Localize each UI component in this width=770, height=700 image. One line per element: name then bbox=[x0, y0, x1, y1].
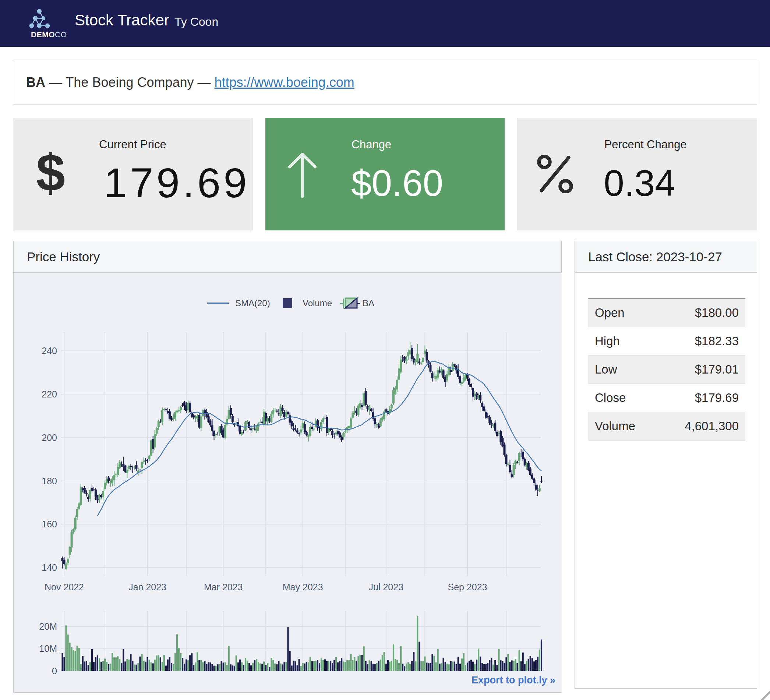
svg-text:Nov 2022: Nov 2022 bbox=[45, 582, 84, 592]
svg-text:BA: BA bbox=[362, 298, 374, 308]
svg-text:180: 180 bbox=[42, 476, 57, 486]
svg-text:Jan 2023: Jan 2023 bbox=[128, 582, 167, 592]
svg-text:0: 0 bbox=[52, 666, 57, 676]
svg-text:Volume: Volume bbox=[302, 298, 332, 308]
svg-text:20M: 20M bbox=[39, 621, 57, 632]
svg-text:220: 220 bbox=[42, 389, 57, 399]
svg-text:May 2023: May 2023 bbox=[283, 582, 323, 592]
svg-text:160: 160 bbox=[42, 519, 57, 529]
svg-text:Mar 2023: Mar 2023 bbox=[204, 582, 243, 592]
svg-text:10M: 10M bbox=[39, 643, 57, 654]
svg-text:Jul 2023: Jul 2023 bbox=[369, 582, 404, 592]
svg-text:140: 140 bbox=[42, 563, 57, 573]
svg-text:240: 240 bbox=[42, 346, 57, 356]
svg-text:Sep 2023: Sep 2023 bbox=[448, 582, 487, 592]
svg-text:SMA(20): SMA(20) bbox=[235, 298, 270, 308]
svg-text:200: 200 bbox=[42, 432, 57, 443]
